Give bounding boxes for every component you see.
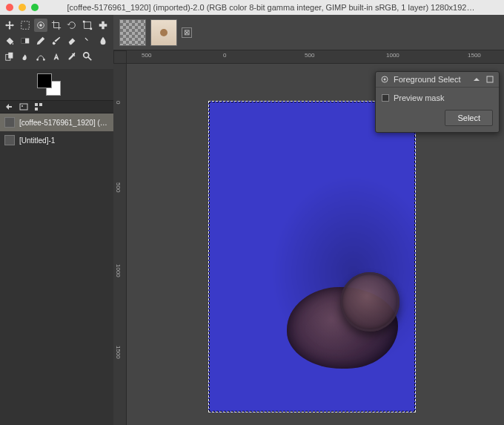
clone-tool[interactable] bbox=[3, 50, 16, 63]
horizontal-ruler: 500 0 500 1000 1500 bbox=[127, 50, 504, 64]
tab-images-icon[interactable] bbox=[19, 102, 28, 111]
svg-point-14 bbox=[21, 105, 23, 107]
svg-point-11 bbox=[43, 59, 45, 61]
ruler-tick: 500 bbox=[305, 52, 314, 59]
thumbnail-icon bbox=[4, 135, 15, 145]
path-tool[interactable] bbox=[34, 50, 47, 63]
rotate-tool[interactable] bbox=[65, 19, 79, 32]
left-panel: [coffee-5176961_1920] (importe… [Untitle… bbox=[0, 15, 113, 425]
dialog-title: Foreground Select bbox=[394, 75, 461, 84]
move-tool[interactable] bbox=[3, 19, 16, 32]
color-swatch[interactable] bbox=[37, 73, 62, 96]
ruler-tick: 500 bbox=[115, 182, 122, 192]
foreground-color[interactable] bbox=[37, 73, 52, 88]
svg-point-2 bbox=[39, 24, 42, 27]
list-item[interactable]: [Untitled]-1 bbox=[0, 131, 113, 149]
svg-rect-17 bbox=[35, 108, 38, 111]
list-item-label: [Untitled]-1 bbox=[19, 136, 109, 145]
text-tool[interactable] bbox=[50, 50, 63, 63]
document-thumbnail[interactable] bbox=[150, 19, 177, 46]
window-maximize-button[interactable] bbox=[31, 4, 39, 11]
svg-rect-3 bbox=[84, 22, 91, 29]
svg-rect-20 bbox=[487, 76, 493, 82]
crop-tool[interactable] bbox=[50, 19, 63, 32]
svg-rect-5 bbox=[90, 28, 93, 30]
thumbnail-strip: ⊠ bbox=[113, 15, 504, 50]
window-minimize-button[interactable] bbox=[19, 4, 26, 11]
document-thumbnail[interactable] bbox=[119, 19, 146, 46]
color-picker-tool[interactable] bbox=[65, 50, 79, 63]
ruler-tick: 1500 bbox=[468, 52, 481, 59]
image-subject-coffee-beans bbox=[287, 265, 405, 383]
vertical-ruler: 0 500 1000 1500 bbox=[113, 64, 127, 425]
foreground-select-icon bbox=[380, 75, 389, 84]
pencil-tool[interactable] bbox=[34, 34, 47, 47]
ruler-tick: 1000 bbox=[386, 52, 399, 59]
svg-rect-7 bbox=[21, 39, 25, 44]
svg-point-12 bbox=[84, 53, 89, 58]
transform-tool[interactable] bbox=[81, 19, 94, 32]
preview-mask-label: Preview mask bbox=[394, 93, 444, 102]
heal-tool[interactable] bbox=[96, 19, 110, 32]
select-button[interactable]: Select bbox=[445, 110, 493, 126]
svg-point-10 bbox=[36, 59, 39, 61]
tab-history-icon[interactable] bbox=[34, 102, 43, 111]
airbrush-tool[interactable] bbox=[81, 34, 94, 47]
svg-rect-4 bbox=[83, 21, 85, 23]
preview-mask-checkbox[interactable] bbox=[382, 94, 389, 102]
ruler-tick: 1000 bbox=[115, 264, 122, 277]
close-thumbnail-button[interactable]: ⊠ bbox=[182, 27, 192, 38]
eraser-tool[interactable] bbox=[65, 34, 79, 47]
panel-tabs bbox=[0, 100, 113, 113]
gradient-tool[interactable] bbox=[19, 34, 32, 47]
list-item[interactable]: [coffee-5176961_1920] (importe… bbox=[0, 113, 113, 131]
window-titlebar: [coffee-5176961_1920] (imported)-2.0 (RG… bbox=[0, 0, 504, 15]
thumbnail-icon bbox=[4, 117, 15, 128]
tab-arrow-icon[interactable] bbox=[4, 102, 13, 111]
preview-mask-row[interactable]: Preview mask bbox=[382, 93, 493, 102]
svg-rect-0 bbox=[21, 22, 30, 30]
detach-icon[interactable] bbox=[485, 75, 494, 84]
paintbrush-tool[interactable] bbox=[50, 34, 63, 47]
svg-rect-9 bbox=[8, 53, 13, 59]
svg-rect-15 bbox=[35, 103, 38, 106]
dialog-titlebar[interactable]: Foreground Select bbox=[376, 72, 499, 88]
toolbox bbox=[0, 15, 113, 69]
svg-rect-16 bbox=[39, 103, 42, 106]
smudge-tool[interactable] bbox=[19, 50, 32, 63]
ink-tool[interactable] bbox=[96, 34, 110, 47]
list-item-label: [coffee-5176961_1920] (importe… bbox=[19, 119, 109, 127]
zoom-tool[interactable] bbox=[81, 50, 94, 63]
window-close-button[interactable] bbox=[6, 4, 13, 11]
canvas-area: ⊠ 500 0 500 1000 1500 0 500 1000 1500 bbox=[113, 15, 504, 425]
bucket-fill-tool[interactable] bbox=[3, 34, 16, 47]
foreground-select-dialog: Foreground Select Preview mask Select bbox=[375, 71, 500, 133]
ruler-tick: 0 bbox=[223, 52, 226, 59]
ruler-tick: 1500 bbox=[115, 346, 122, 359]
collapse-icon[interactable] bbox=[472, 75, 481, 84]
image-list: [coffee-5176961_1920] (importe… [Untitle… bbox=[0, 113, 113, 425]
ruler-corner bbox=[113, 50, 127, 64]
ruler-tick: 0 bbox=[115, 101, 122, 104]
canvas-image[interactable] bbox=[208, 101, 416, 412]
rectangle-select-tool[interactable] bbox=[19, 19, 32, 32]
ruler-tick: 500 bbox=[142, 52, 151, 59]
svg-point-19 bbox=[384, 79, 386, 81]
window-title: [coffee-5176961_1920] (imported)-2.0 (RG… bbox=[44, 3, 498, 12]
svg-rect-13 bbox=[20, 104, 27, 110]
foreground-select-tool[interactable] bbox=[34, 19, 47, 32]
